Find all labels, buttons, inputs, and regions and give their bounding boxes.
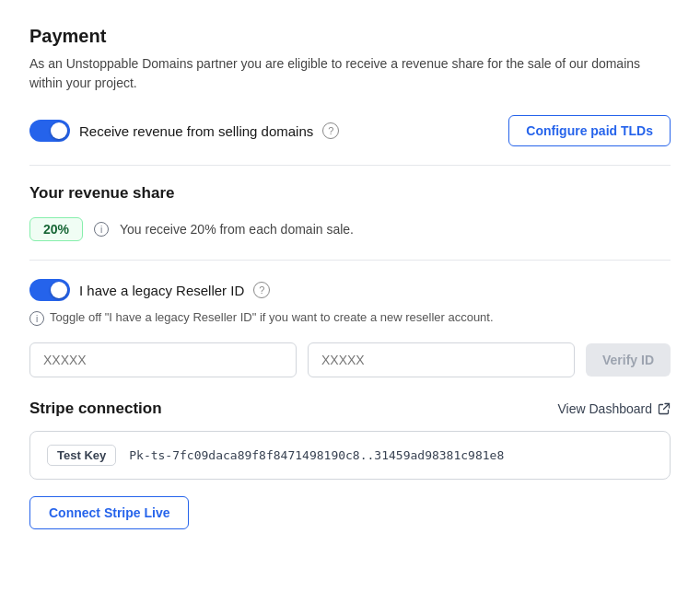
divider-1 — [29, 165, 671, 166]
view-dashboard-text: View Dashboard — [558, 401, 652, 416]
revenue-help-icon[interactable]: ? — [322, 122, 339, 139]
divider-2 — [29, 260, 671, 261]
stripe-heading: Stripe connection — [29, 400, 162, 418]
revenue-toggle-row: Receive revenue from selling domains ? C… — [29, 115, 671, 146]
stripe-key-box: Test Key Pk-ts-7fc09daca89f8f8471498190c… — [29, 431, 671, 480]
revenue-badge: 20% — [29, 217, 83, 241]
legacy-reseller-row: I have a legacy Reseller ID ? — [29, 279, 671, 301]
revenue-toggle-left: Receive revenue from selling domains ? — [29, 120, 339, 142]
revenue-share-row: 20% i You receive 20% from each domain s… — [29, 217, 671, 241]
reseller-id-input-2[interactable] — [308, 342, 575, 377]
external-link-icon — [657, 402, 671, 416]
test-key-value: Pk-ts-7fc09daca89f8f8471498190c8..31459a… — [129, 448, 504, 462]
legacy-help-icon[interactable]: ? — [253, 282, 270, 298]
note-info-icon: i — [29, 311, 44, 326]
verify-id-button[interactable]: Verify ID — [586, 343, 671, 377]
note-text: Toggle off "I have a legacy Reseller ID"… — [50, 310, 494, 324]
page-description: As an Unstoppable Domains partner you ar… — [29, 54, 671, 93]
stripe-header: Stripe connection View Dashboard — [29, 400, 671, 418]
revenue-share-heading: Your revenue share — [29, 184, 671, 203]
legacy-reseller-toggle[interactable] — [29, 279, 70, 301]
legacy-toggle-thumb — [51, 282, 67, 298]
page-title: Payment — [29, 26, 671, 47]
revenue-toggle-label: Receive revenue from selling domains — [79, 123, 313, 139]
legacy-reseller-label: I have a legacy Reseller ID — [79, 283, 244, 298]
toggle-thumb — [51, 122, 67, 139]
configure-tlds-button[interactable]: Configure paid TLDs — [508, 115, 671, 146]
connect-stripe-live-button[interactable]: Connect Stripe Live — [29, 496, 189, 529]
reseller-id-input-row: Verify ID — [29, 342, 671, 377]
test-key-badge: Test Key — [47, 445, 116, 466]
revenue-info-text: You receive 20% from each domain sale. — [120, 222, 354, 237]
legacy-reseller-note: i Toggle off "I have a legacy Reseller I… — [29, 310, 671, 326]
view-dashboard-link[interactable]: View Dashboard — [558, 401, 671, 416]
reseller-id-input-1[interactable] — [29, 342, 297, 377]
revenue-info-icon: i — [94, 222, 109, 237]
revenue-toggle[interactable] — [29, 120, 70, 142]
